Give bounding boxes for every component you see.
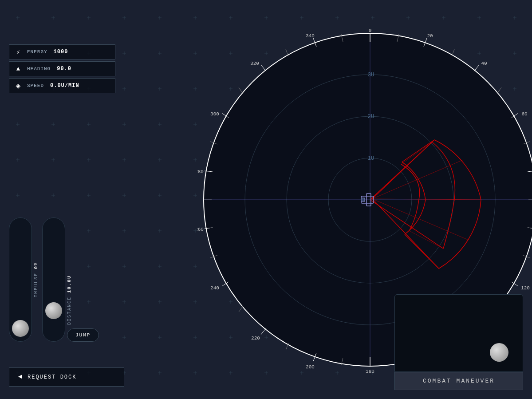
svg-text:340: 340 — [306, 33, 315, 39]
distance-thumb[interactable] — [45, 302, 62, 319]
energy-icon: ⚡ — [14, 47, 23, 56]
speed-label: SPEED — [27, 83, 44, 88]
heading-row: ▲ HEADING 90.0 — [9, 61, 115, 76]
svg-text:40: 40 — [481, 61, 487, 66]
distance-label-vertical: DISTANCE 10.0U — [67, 275, 72, 325]
svg-text:60: 60 — [521, 111, 527, 117]
hud-panel: ⚡ ENERGY 1000 ▲ HEADING 90.0 ◈ SPEED 0.0… — [9, 44, 115, 93]
jump-button[interactable]: JUMP — [67, 328, 99, 342]
svg-text:220: 220 — [251, 336, 260, 341]
svg-rect-79 — [361, 198, 365, 201]
svg-line-44 — [261, 65, 266, 71]
speed-value: 0.0U/MIN — [50, 83, 79, 89]
svg-text:200: 200 — [306, 364, 315, 370]
svg-text:300: 300 — [210, 111, 219, 117]
svg-text:0: 0 — [368, 28, 371, 33]
request-dock-button[interactable]: ◄ REQUEST DOCK — [9, 367, 124, 387]
impulse-value: 0% — [34, 262, 39, 269]
combat-maneuver-button[interactable]: COMBAT MANEUVER — [394, 372, 523, 390]
impulse-label-vertical: IMPULSE 0% — [34, 262, 39, 297]
svg-line-63 — [239, 87, 243, 93]
combat-panel: COMBAT MANEUVER — [394, 294, 523, 390]
dock-icon: ◄ — [18, 373, 22, 381]
speed-icon: ◈ — [14, 81, 23, 90]
svg-text:120: 120 — [521, 285, 530, 291]
sliders-panel: IMPULSE 0% DISTANCE 10.0U JUMP — [9, 217, 99, 342]
impulse-slider-group: IMPULSE 0% — [9, 217, 39, 342]
impulse-thumb[interactable] — [12, 320, 29, 337]
svg-text:3U: 3U — [367, 72, 374, 78]
distance-label-area: DISTANCE 10.0U JUMP — [67, 217, 99, 342]
energy-value: 1000 — [54, 49, 68, 55]
svg-line-59 — [239, 306, 243, 312]
svg-text:20: 20 — [427, 33, 433, 39]
svg-line-16 — [474, 65, 479, 71]
impulse-slider-track[interactable] — [9, 217, 32, 342]
svg-line-50 — [497, 87, 501, 93]
svg-text:1U: 1U — [367, 155, 374, 162]
svg-text:280: 280 — [197, 169, 204, 174]
svg-text:320: 320 — [250, 61, 259, 66]
distance-slider-track[interactable] — [42, 217, 65, 342]
heading-label: HEADING — [27, 66, 51, 71]
distance-slider-group: DISTANCE 10.0U JUMP — [42, 217, 99, 342]
svg-text:240: 240 — [210, 285, 219, 291]
energy-row: ⚡ ENERGY 1000 — [9, 44, 115, 59]
dock-label: REQUEST DOCK — [28, 374, 76, 380]
energy-label: ENERGY — [27, 49, 47, 55]
combat-screen — [394, 294, 523, 372]
heading-icon: ▲ — [14, 64, 23, 73]
svg-text:180: 180 — [366, 369, 374, 373]
svg-text:2U: 2U — [367, 114, 374, 120]
svg-line-34 — [261, 328, 266, 335]
speed-row: ◈ SPEED 0.0U/MIN — [9, 78, 115, 93]
heading-value: 90.0 — [57, 66, 71, 72]
distance-value: 10.0U — [67, 275, 72, 293]
combat-ball — [490, 343, 508, 362]
svg-text:260: 260 — [197, 227, 204, 232]
